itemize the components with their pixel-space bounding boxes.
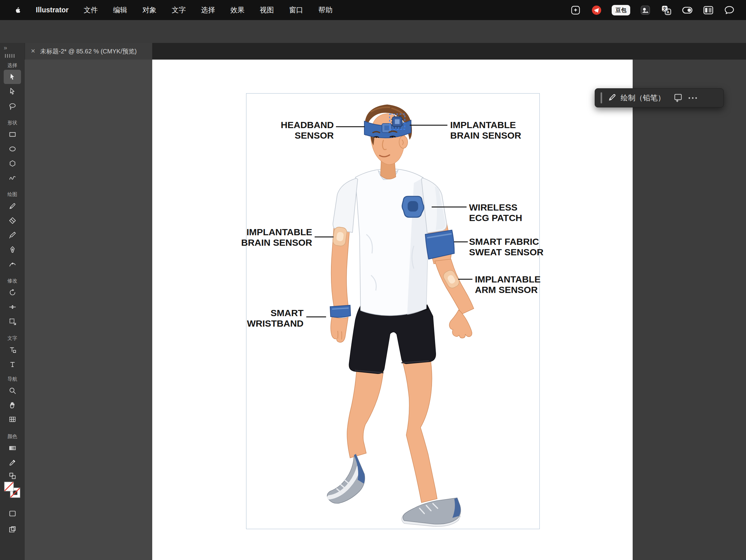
ecg-patch-graphic	[402, 196, 424, 217]
toolbox-section-shape-label: 形状	[0, 119, 25, 127]
pasteboard-left	[25, 60, 152, 560]
pasteboard-right	[633, 60, 746, 560]
label-implantable-arm-sensor[interactable]: IMPLANTABLEARM SENSOR	[475, 274, 541, 295]
rotate-tool[interactable]	[4, 285, 21, 299]
screen-mode-icon[interactable]	[4, 506, 21, 521]
taskbar-tool-label: 绘制（铅笔）	[621, 93, 665, 103]
paintbrush-tool[interactable]	[4, 228, 21, 242]
messages-icon[interactable]	[723, 4, 735, 16]
document-tab[interactable]: × 未标题-2* @ 85.62 % (CMYK/预览)	[25, 43, 152, 60]
app-titlebar: Adobe Illustrator 2025	[0, 20, 746, 43]
toolbox-section-draw-label: 绘图	[0, 190, 25, 199]
menu-object[interactable]: 对象	[142, 5, 156, 15]
ellipse-tool[interactable]	[4, 142, 21, 156]
translate-icon[interactable]: 文A	[660, 4, 672, 16]
label-line-headband-sensor	[336, 126, 365, 127]
eraser-tool[interactable]	[4, 213, 21, 228]
lasso-tool[interactable]	[4, 99, 21, 113]
artboard[interactable]: HEADBANDSENSOR IMPLANTABLEBRAIN SENSOR W…	[246, 93, 540, 529]
label-line-smart-wristband	[306, 317, 326, 317]
label-line-smart-fabric-sweat-sensor	[454, 241, 468, 242]
label-smart-wristband[interactable]: SMARTWRISTBAND	[247, 308, 304, 329]
width-tool[interactable]	[4, 300, 21, 314]
swap-fill-stroke-icon[interactable]	[4, 469, 21, 483]
toolbox-section-modify-label: 修改	[0, 277, 25, 285]
app-menu-illustrator[interactable]: Illustrator	[36, 6, 68, 14]
photos-icon[interactable]	[639, 4, 651, 16]
toolbox-section-navigate-label: 导航	[0, 375, 25, 383]
apple-menu-icon[interactable]	[12, 4, 24, 16]
rectangle-tool[interactable]	[4, 127, 21, 141]
selection-tool[interactable]	[4, 70, 21, 84]
menu-edit[interactable]: 编辑	[113, 5, 127, 15]
document-tabbar: × 未标题-2* @ 85.62 % (CMYK/预览)	[25, 43, 746, 60]
menu-help[interactable]: 帮助	[318, 5, 333, 15]
macos-menubar: Illustrator 文件 编辑 对象 文字 选择 效果 视图 窗口 帮助 豆…	[0, 0, 746, 20]
doubao-badge[interactable]: 豆包	[612, 5, 630, 16]
label-implantable-brain-sensor-head[interactable]: IMPLANTABLEBRAIN SENSOR	[450, 120, 521, 141]
type-tool[interactable]	[4, 357, 21, 372]
menu-type[interactable]: 文字	[172, 5, 186, 15]
label-wireless-ecg-patch[interactable]: WIRELESSECG PATCH	[469, 202, 522, 223]
menubar-status-icons: 豆包 文A	[570, 0, 735, 20]
man-head	[364, 105, 412, 179]
curvature-tool[interactable]	[4, 257, 21, 271]
label-smart-fabric-sweat-sensor[interactable]: SMART FABRICSWEAT SENSOR	[469, 236, 543, 258]
illustrator-window: Illustrator 文件 编辑 对象 文字 选择 效果 视图 窗口 帮助 豆…	[0, 0, 746, 560]
hand-tool[interactable]	[4, 398, 21, 412]
wristband-graphic	[330, 305, 350, 317]
toolbox-panel: » 选择 形状	[0, 43, 25, 560]
taskbar-grip-handle[interactable]	[601, 92, 602, 104]
telegram-icon[interactable]	[591, 4, 602, 16]
screen-mirroring-icon[interactable]	[682, 4, 693, 16]
toolbox-section-type-label: 文字	[0, 334, 25, 342]
label-implantable-brain-sensor-arm[interactable]: IMPLANTABLEBRAIN SENSOR	[241, 227, 312, 248]
toolbox-section-select-label: 选择	[0, 61, 25, 69]
label-line-implantable-arm-sensor	[458, 279, 472, 280]
menu-select[interactable]: 选择	[201, 5, 215, 15]
pencil-tool[interactable]	[4, 199, 21, 213]
svg-text:A: A	[666, 9, 669, 14]
window-layout-icon[interactable]	[702, 4, 714, 16]
arm-patch-graphic	[332, 227, 348, 247]
label-line-implantable-brain-sensor-head	[410, 125, 448, 126]
menu-view[interactable]: 视图	[260, 5, 274, 15]
fill-stroke-swatches[interactable]	[4, 481, 21, 499]
toolbox-section-color-label: 颜色	[0, 433, 25, 441]
add-artwork-icon[interactable]	[673, 92, 683, 104]
toolbox-grip-icon[interactable]	[5, 54, 15, 58]
draw-mode-icon[interactable]	[4, 522, 21, 536]
menu-effect[interactable]: 效果	[230, 5, 245, 15]
print-tiling-tool[interactable]	[4, 412, 21, 426]
free-transform-tool[interactable]	[4, 314, 21, 328]
menu-file[interactable]: 文件	[84, 5, 98, 15]
menu-window[interactable]: 窗口	[289, 5, 303, 15]
pencil-icon	[608, 93, 617, 103]
touch-type-tool[interactable]	[4, 343, 21, 357]
man-back-leg	[401, 356, 461, 527]
direct-selection-tool[interactable]	[4, 84, 21, 98]
calligraphy-pen-tool[interactable]	[4, 242, 21, 257]
label-headband-sensor[interactable]: HEADBANDSENSOR	[281, 120, 334, 141]
more-options-icon[interactable]	[689, 97, 697, 99]
context-taskbar[interactable]: 绘制（铅笔）	[595, 88, 724, 108]
ai-assistant-icon[interactable]	[570, 4, 581, 16]
close-tab-icon[interactable]: ×	[31, 47, 35, 55]
eyedropper-tool[interactable]	[4, 455, 21, 470]
document-tab-label: 未标题-2* @ 85.62 % (CMYK/预览)	[40, 47, 137, 56]
expand-panels-icon[interactable]: »	[4, 44, 6, 51]
man-front-leg	[327, 368, 383, 503]
label-line-implantable-brain-sensor-arm	[315, 236, 334, 237]
canvas-view[interactable]: HEADBANDSENSOR IMPLANTABLEBRAIN SENSOR W…	[152, 60, 633, 560]
gradient-tool[interactable]	[4, 441, 21, 455]
fill-swatch	[4, 482, 13, 491]
polygon-tool[interactable]	[4, 156, 21, 170]
zoom-tool[interactable]	[4, 383, 21, 397]
shaper-tool[interactable]	[4, 171, 21, 185]
label-line-wireless-ecg-patch	[432, 207, 466, 207]
